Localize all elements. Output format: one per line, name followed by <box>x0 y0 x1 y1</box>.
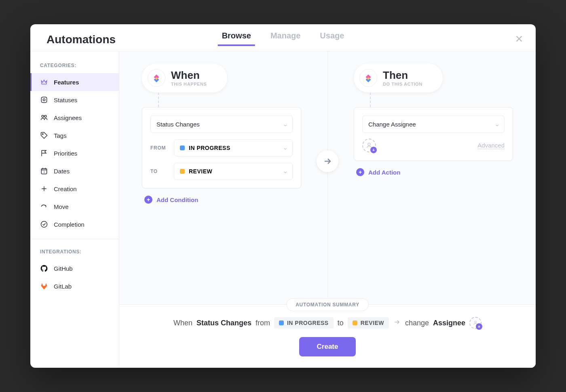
sidebar-item-label: Dates <box>54 168 70 175</box>
users-icon <box>40 114 48 122</box>
sidebar: CATEGORIES: Features Statuses Assignees <box>30 51 119 368</box>
tab-usage[interactable]: Usage <box>318 28 346 46</box>
status-color-dot <box>353 320 357 325</box>
to-label: TO <box>150 169 168 174</box>
action-select-value: Change Assignee <box>368 121 416 128</box>
summary-add-assignee-button[interactable]: + <box>469 317 482 329</box>
svg-point-8 <box>368 143 370 145</box>
automations-modal: Automations Browse Manage Usage CATEGORI… <box>30 24 536 368</box>
then-column: Then DO THIS ACTION Change Assignee ⌵ <box>354 63 513 304</box>
plus-circle-icon: + <box>356 168 364 176</box>
svg-rect-1 <box>43 99 45 101</box>
connector-line <box>370 93 371 107</box>
svg-point-7 <box>41 221 47 228</box>
from-status-value: IN PROGRESS <box>189 145 230 151</box>
then-card: Change Assignee ⌵ + Advanced <box>354 107 513 161</box>
status-color-dot <box>180 145 185 150</box>
then-subtitle: DO THIS ACTION <box>383 82 422 86</box>
sidebar-item-label: Assignees <box>54 114 82 121</box>
summary-when-word: When <box>173 319 192 327</box>
plus-badge-icon: + <box>370 147 377 153</box>
modal-body: CATEGORIES: Features Statuses Assignees <box>30 51 536 368</box>
summary-to-word: to <box>338 319 344 327</box>
chevron-down-icon: ⌵ <box>284 145 287 151</box>
add-condition-button[interactable]: + Add Condition <box>144 196 198 204</box>
to-row: TO REVIEW ⌵ <box>150 163 293 180</box>
from-label: FROM <box>150 145 168 151</box>
when-header-pill: When THIS HAPPENS <box>142 63 227 93</box>
sidebar-divider <box>30 239 119 239</box>
gitlab-icon <box>40 282 48 290</box>
automation-summary: AUTOMATION SUMMARY When Status Changes f… <box>119 304 536 368</box>
action-select[interactable]: Change Assignee ⌵ <box>362 116 505 133</box>
create-button[interactable]: Create <box>299 337 356 356</box>
sidebar-item-move[interactable]: Move <box>30 198 119 215</box>
then-title: Then <box>383 70 422 80</box>
sidebar-item-label: Statuses <box>54 97 77 103</box>
summary-from-status-label: IN PROGRESS <box>287 320 329 326</box>
summary-badge: AUTOMATION SUMMARY <box>286 298 369 311</box>
svg-point-2 <box>42 115 44 117</box>
github-icon <box>40 264 48 272</box>
square-icon <box>40 96 48 104</box>
from-status-select[interactable]: IN PROGRESS ⌵ <box>174 139 293 156</box>
sidebar-item-gitlab[interactable]: GitLab <box>30 277 119 295</box>
add-condition-label: Add Condition <box>156 196 198 203</box>
sidebar-item-assignees[interactable]: Assignees <box>30 109 119 126</box>
trigger-select-value: Status Changes <box>156 121 200 128</box>
summary-to-status: REVIEW <box>348 317 389 329</box>
when-title: When <box>171 70 207 80</box>
sidebar-item-label: GitHub <box>54 265 73 272</box>
summary-change-word: change <box>405 319 429 327</box>
to-status-select[interactable]: REVIEW ⌵ <box>174 163 293 180</box>
sidebar-item-label: Tags <box>54 132 67 139</box>
chevron-down-icon: ⌵ <box>284 122 287 127</box>
modal-title: Automations <box>46 33 116 46</box>
tab-browse[interactable]: Browse <box>220 28 253 46</box>
sidebar-item-creation[interactable]: Creation <box>30 180 119 198</box>
add-assignee-button[interactable]: + <box>362 139 376 152</box>
svg-rect-0 <box>41 97 46 102</box>
svg-text:1: 1 <box>43 171 45 173</box>
main-content: When THIS HAPPENS Status Changes ⌵ FROM <box>119 51 536 368</box>
sidebar-item-label: Features <box>54 79 79 86</box>
trigger-select[interactable]: Status Changes ⌵ <box>150 116 293 133</box>
status-color-dot <box>180 169 185 174</box>
summary-trigger: Status Changes <box>196 319 251 327</box>
sidebar-item-features[interactable]: Features <box>30 73 119 91</box>
summary-sentence: When Status Changes from IN PROGRESS to … <box>173 317 482 329</box>
sidebar-item-completion[interactable]: Completion <box>30 215 119 233</box>
sidebar-item-priorities[interactable]: Priorities <box>30 144 119 162</box>
arrow-right-icon <box>393 318 401 328</box>
clickup-logo-icon <box>148 69 165 87</box>
builder-columns: When THIS HAPPENS Status Changes ⌵ FROM <box>119 51 536 304</box>
chevron-down-icon: ⌵ <box>496 122 498 127</box>
chevron-down-icon: ⌵ <box>284 169 287 174</box>
to-status-value: REVIEW <box>189 168 212 175</box>
sidebar-item-github[interactable]: GitHub <box>30 259 119 277</box>
sidebar-item-label: Creation <box>54 185 77 192</box>
when-column: When THIS HAPPENS Status Changes ⌵ FROM <box>142 63 301 304</box>
tab-manage[interactable]: Manage <box>269 28 302 46</box>
status-color-dot <box>279 320 284 325</box>
sidebar-item-statuses[interactable]: Statuses <box>30 91 119 109</box>
when-subtitle: THIS HAPPENS <box>171 82 207 86</box>
then-header-pill: Then DO THIS ACTION <box>354 63 443 93</box>
arrow-right-icon <box>317 150 338 172</box>
crown-icon <box>40 78 48 86</box>
close-icon[interactable] <box>515 33 524 46</box>
calendar-icon: 1 <box>40 167 48 175</box>
plus-circle-icon: + <box>144 196 152 204</box>
clickup-logo-icon <box>359 69 377 87</box>
plus-badge-icon: + <box>476 323 482 330</box>
summary-from-status: IN PROGRESS <box>274 317 334 329</box>
when-card: Status Changes ⌵ FROM IN PROGRESS ⌵ <box>142 107 301 188</box>
summary-to-status-label: REVIEW <box>361 320 384 326</box>
sidebar-item-label: Move <box>54 203 69 210</box>
add-action-button[interactable]: + Add Action <box>356 168 400 176</box>
from-row: FROM IN PROGRESS ⌵ <box>150 139 293 156</box>
sidebar-item-dates[interactable]: 1 Dates <box>30 162 119 180</box>
advanced-link[interactable]: Advanced <box>477 142 505 149</box>
sidebar-item-tags[interactable]: Tags <box>30 126 119 144</box>
add-action-label: Add Action <box>368 169 400 176</box>
